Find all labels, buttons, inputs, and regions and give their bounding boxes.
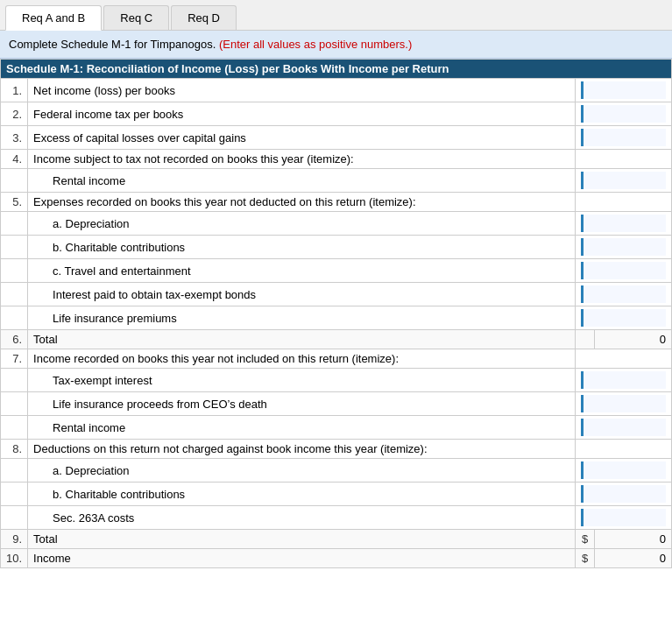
instruction-text: Complete Schedule M-1 for Timpanogos. [9, 38, 219, 51]
row-number [1, 483, 28, 506]
row-input-field[interactable] [581, 419, 666, 436]
row-number [1, 306, 28, 330]
input-cell [576, 483, 672, 506]
table-row: 8.Deductions on this return not charged … [1, 440, 672, 459]
row-number: 3. [1, 126, 28, 150]
row-input-field[interactable] [581, 509, 666, 526]
empty-cell [576, 193, 672, 212]
empty-cell [576, 330, 595, 349]
row-number [1, 283, 28, 306]
row-number: 7. [1, 349, 28, 369]
empty-cell [576, 440, 672, 459]
row-label: Excess of capital losses over capital ga… [28, 126, 576, 150]
input-cell [576, 369, 672, 392]
row-number [1, 236, 28, 259]
row-number [1, 506, 28, 530]
row-number [1, 259, 28, 283]
row-number: 6. [1, 330, 28, 349]
row-input-field[interactable] [581, 215, 666, 232]
row-number [1, 212, 28, 236]
row-label: Rental income [28, 416, 576, 440]
table-row: b. Charitable contributions [1, 483, 672, 506]
input-cell [576, 459, 672, 483]
row-label: Tax-exempt interest [28, 369, 576, 392]
row-number [1, 392, 28, 416]
table-row: 3.Excess of capital losses over capital … [1, 126, 672, 150]
row-number: 9. [1, 530, 28, 549]
instruction-highlight: (Enter all values as positive numbers.) [219, 38, 412, 51]
table-row: 2.Federal income tax per books [1, 102, 672, 126]
input-cell [576, 102, 672, 126]
row-label: Income recorded on books this year not i… [28, 349, 576, 369]
row-number [1, 416, 28, 440]
table-row: b. Charitable contributions [1, 236, 672, 259]
row-number: 4. [1, 150, 28, 169]
table-row: 1.Net income (loss) per books [1, 79, 672, 102]
table-row: 4.Income subject to tax not recorded on … [1, 150, 672, 169]
table-row: c. Travel and entertainment [1, 259, 672, 283]
input-cell [576, 306, 672, 330]
row-number [1, 369, 28, 392]
row-number: 10. [1, 549, 28, 568]
row-value: 0 [595, 330, 672, 349]
tab-req-d[interactable]: Req D [171, 5, 237, 30]
table-row: Sec. 263A costs [1, 506, 672, 530]
row-input-field[interactable] [581, 461, 666, 479]
row-value: 0 [595, 549, 672, 568]
row-input-field[interactable] [581, 129, 666, 146]
row-input-field[interactable] [581, 81, 666, 99]
input-cell [576, 259, 672, 283]
tab-req-c[interactable]: Req C [103, 5, 169, 30]
table-row: Tax-exempt interest [1, 369, 672, 392]
table-row: Life insurance proceeds from CEO’s death [1, 392, 672, 416]
row-input-field[interactable] [581, 238, 666, 256]
row-input-field[interactable] [581, 262, 666, 279]
row-input-field[interactable] [581, 172, 666, 189]
table-row: 9.Total$0 [1, 530, 672, 549]
table-row: a. Depreciation [1, 212, 672, 236]
row-number [1, 459, 28, 483]
table-row: 10.Income$0 [1, 549, 672, 568]
row-label: Rental income [28, 169, 576, 193]
table-row: 6.Total0 [1, 330, 672, 349]
row-input-field[interactable] [581, 395, 666, 412]
table-row: 5.Expenses recorded on books this year n… [1, 193, 672, 212]
table-row: 7.Income recorded on books this year not… [1, 349, 672, 369]
input-cell [576, 126, 672, 150]
row-label: Life insurance premiums [28, 306, 576, 330]
row-label: Total [28, 530, 576, 549]
instruction-bar: Complete Schedule M-1 for Timpanogos. (E… [0, 31, 672, 59]
row-input-field[interactable] [581, 485, 666, 503]
tab-req-ab[interactable]: Req A and B [5, 5, 102, 31]
row-input-field[interactable] [581, 105, 666, 123]
empty-cell [576, 150, 672, 169]
row-label: Income subject to tax not recorded on bo… [28, 150, 576, 169]
table-row: Interest paid to obtain tax-exempt bonds [1, 283, 672, 306]
row-number [1, 169, 28, 193]
row-number: 2. [1, 102, 28, 126]
row-input-field[interactable] [581, 371, 666, 389]
dollar-sign: $ [576, 530, 595, 549]
input-cell [576, 79, 672, 102]
row-label: Federal income tax per books [28, 102, 576, 126]
row-label: b. Charitable contributions [28, 236, 576, 259]
table-header: Schedule M-1: Reconciliation of Income (… [1, 60, 672, 79]
table-row: Life insurance premiums [1, 306, 672, 330]
input-cell [576, 236, 672, 259]
row-number: 1. [1, 79, 28, 102]
input-cell [576, 283, 672, 306]
row-label: a. Depreciation [28, 459, 576, 483]
input-cell [576, 212, 672, 236]
table-row: a. Depreciation [1, 459, 672, 483]
row-value: 0 [595, 530, 672, 549]
schedule-table: Schedule M-1: Reconciliation of Income (… [0, 59, 672, 568]
row-label: Life insurance proceeds from CEO’s death [28, 392, 576, 416]
row-input-field[interactable] [581, 285, 666, 303]
input-cell [576, 506, 672, 530]
row-label: Income [28, 549, 576, 568]
row-label: Deductions on this return not charged ag… [28, 440, 576, 459]
row-input-field[interactable] [581, 309, 666, 327]
tab-bar: Req A and BReq CReq D [0, 0, 672, 31]
empty-cell [576, 349, 672, 369]
row-label: c. Travel and entertainment [28, 259, 576, 283]
